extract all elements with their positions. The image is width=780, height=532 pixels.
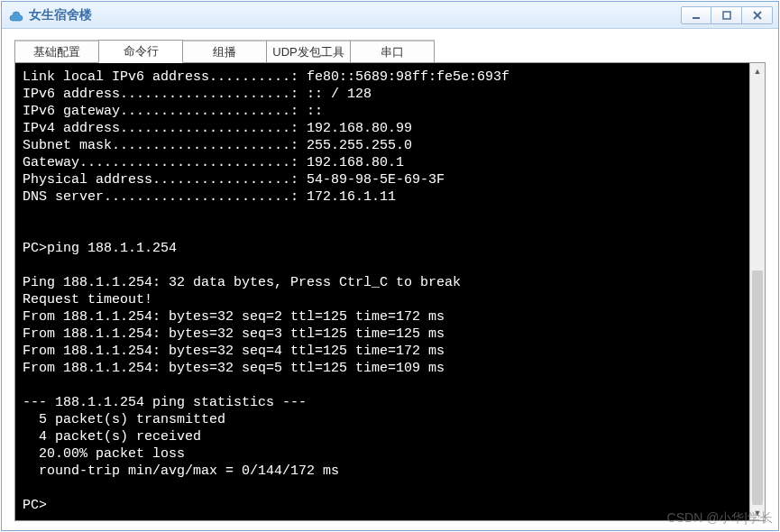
minimize-button[interactable]	[681, 6, 711, 24]
tab-serial[interactable]: 串口	[350, 40, 435, 63]
window-controls	[681, 6, 773, 24]
svg-rect-1	[723, 12, 730, 19]
tab-command-line[interactable]: 命令行	[98, 40, 183, 63]
title-bar[interactable]: 女生宿舍楼	[2, 2, 778, 29]
close-button[interactable]	[742, 6, 773, 24]
scroll-track[interactable]	[750, 78, 765, 505]
tab-multicast[interactable]: 组播	[182, 40, 267, 63]
tab-basic-config[interactable]: 基础配置	[14, 40, 99, 63]
app-window: 女生宿舍楼 基础配置 命令行 组播 UDP发包工具 串口 Link local …	[1, 1, 779, 531]
app-icon	[7, 7, 23, 23]
tab-bar: 基础配置 命令行 组播 UDP发包工具 串口	[2, 29, 778, 63]
window-title: 女生宿舍楼	[29, 7, 681, 23]
terminal-output[interactable]: Link local IPv6 address..........: fe80:…	[15, 63, 749, 520]
scroll-thumb[interactable]	[752, 271, 763, 505]
terminal-panel: Link local IPv6 address..........: fe80:…	[2, 62, 778, 530]
tab-udp-tool[interactable]: UDP发包工具	[266, 40, 351, 63]
terminal[interactable]: Link local IPv6 address..........: fe80:…	[14, 62, 766, 521]
maximize-button[interactable]	[711, 6, 742, 24]
scroll-down-icon[interactable]: ▼	[750, 505, 765, 520]
scroll-up-icon[interactable]: ▲	[750, 63, 765, 78]
scrollbar[interactable]: ▲ ▼	[749, 63, 765, 520]
